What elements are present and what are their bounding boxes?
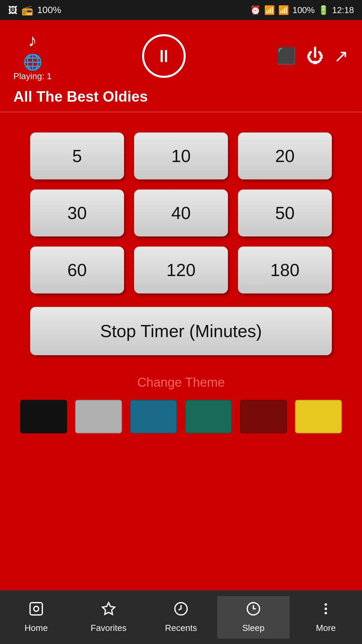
timer-button-40[interactable]: 40 <box>134 190 228 236</box>
pause-icon: ⏸ <box>155 46 173 66</box>
stop-icon[interactable]: ⬛ <box>276 47 296 65</box>
nav-label-recents: Recents <box>165 623 197 633</box>
timer-button-60[interactable]: 60 <box>30 247 124 293</box>
svg-point-5 <box>324 603 327 605</box>
nav-icon-more <box>318 601 333 620</box>
status-bar: 🖼 📻 100% ⏰ 📶 📶 100% 🔋 12:18 <box>0 0 362 20</box>
timer-button-10[interactable]: 10 <box>134 132 228 179</box>
theme-swatch-dark-red[interactable] <box>240 400 287 433</box>
wifi-icon: 📶 <box>264 5 275 15</box>
timer-button-50[interactable]: 50 <box>238 190 332 236</box>
nav-icon-home <box>29 601 44 620</box>
svg-point-6 <box>324 607 327 610</box>
timer-button-120[interactable]: 120 <box>134 247 228 293</box>
nav-item-more[interactable]: More <box>290 596 362 639</box>
battery-icon: 🔋 <box>318 5 329 15</box>
svg-point-7 <box>324 612 327 614</box>
header-controls: ♪ 🌐 Playing: 1 ⏸ ⬛ ⏻ ↗ <box>13 30 349 82</box>
status-bar-left: 🖼 📻 100% <box>8 5 61 16</box>
main-content: 5102030405060120180 Stop Timer (Minutes)… <box>0 112 362 590</box>
theme-swatch-black[interactable] <box>20 400 67 433</box>
timer-grid: 5102030405060120180 <box>30 132 332 293</box>
timer-button-20[interactable]: 20 <box>238 132 332 179</box>
station-title: All The Best Oldies <box>13 88 349 105</box>
bottom-nav: HomeFavoritesRecentsSleepMore <box>0 590 362 644</box>
signal-count: 100% <box>37 5 61 15</box>
theme-swatch-blue[interactable] <box>130 400 177 433</box>
nav-item-home[interactable]: Home <box>0 596 72 639</box>
nav-icon-recents <box>174 601 188 620</box>
header: ♪ 🌐 Playing: 1 ⏸ ⬛ ⏻ ↗ All The Best Oldi… <box>0 20 362 112</box>
gallery-icon: 🖼 <box>8 5 17 16</box>
nav-item-favorites[interactable]: Favorites <box>72 596 145 639</box>
nav-icon-sleep <box>246 601 261 620</box>
svg-rect-0 <box>30 602 43 615</box>
change-theme-label: Change Theme <box>137 375 225 390</box>
theme-swatch-yellow[interactable] <box>295 400 342 433</box>
pause-button[interactable]: ⏸ <box>142 34 186 78</box>
stop-timer-button[interactable]: Stop Timer (Minutes) <box>30 307 332 355</box>
svg-point-1 <box>34 606 39 611</box>
alarm-icon: ⏰ <box>250 5 261 15</box>
timer-button-5[interactable]: 5 <box>30 132 124 179</box>
power-icon[interactable]: ⏻ <box>306 46 324 66</box>
signal-bars: 📶 <box>278 5 289 15</box>
theme-swatch-gray[interactable] <box>75 400 122 433</box>
share-icon[interactable]: ↗ <box>334 46 349 66</box>
timer-button-180[interactable]: 180 <box>238 247 332 293</box>
clock: 12:18 <box>332 5 354 15</box>
globe-icon[interactable]: 🌐 <box>23 53 42 71</box>
playing-label: Playing: 1 <box>13 71 52 82</box>
battery-percent: 100% <box>292 5 315 15</box>
timer-button-30[interactable]: 30 <box>30 190 124 236</box>
pause-button-container: ⏸ <box>142 34 186 78</box>
nav-label-favorites: Favorites <box>91 623 127 633</box>
nav-item-recents[interactable]: Recents <box>145 596 217 639</box>
header-left: ♪ 🌐 Playing: 1 <box>13 30 52 82</box>
nav-label-sleep: Sleep <box>242 623 265 633</box>
nav-label-home: Home <box>24 623 48 633</box>
music-icon[interactable]: ♪ <box>28 30 37 50</box>
header-right: ⬛ ⏻ ↗ <box>276 46 349 66</box>
nav-icon-favorites <box>101 601 116 620</box>
status-bar-right: ⏰ 📶 📶 100% 🔋 12:18 <box>250 5 354 15</box>
theme-swatch-teal[interactable] <box>185 400 232 433</box>
svg-marker-2 <box>103 602 115 614</box>
nav-label-more: More <box>316 623 336 633</box>
radio-icon: 📻 <box>21 5 33 16</box>
nav-item-sleep[interactable]: Sleep <box>217 596 290 639</box>
theme-colors <box>20 400 342 433</box>
